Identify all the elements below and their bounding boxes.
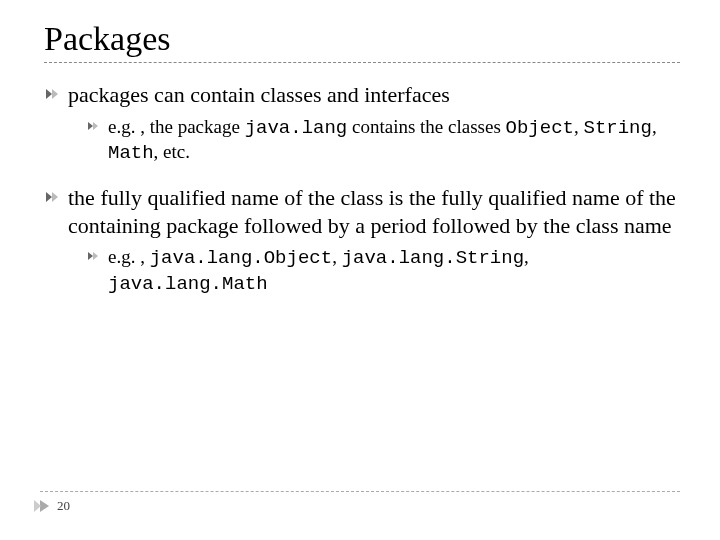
slide: Packages packages can contain classes an…: [0, 0, 720, 540]
page-number: 20: [57, 498, 70, 514]
code-run: Math: [108, 142, 154, 164]
bullet-text: packages can contain classes and interfa…: [68, 82, 450, 107]
code-run: java.lang.String: [342, 247, 524, 269]
footer-divider: [40, 491, 680, 492]
text-run: ,: [332, 246, 342, 267]
list-item: the fully qualified name of the class is…: [46, 184, 680, 297]
footer: 20: [40, 498, 70, 514]
text-run: ,: [524, 246, 529, 267]
bullet-list: packages can contain classes and interfa…: [40, 81, 680, 297]
list-item: packages can contain classes and interfa…: [46, 81, 680, 166]
bullet-text: the fully qualified name of the class is…: [68, 185, 676, 238]
code-run: Object: [506, 117, 574, 139]
code-run: java.lang.Object: [150, 247, 332, 269]
text-run: ,: [652, 116, 657, 137]
sub-list: e.g. , java.lang.Object, java.lang.Strin…: [68, 245, 680, 297]
text-run: e.g. , the package: [108, 116, 245, 137]
list-item: e.g. , the package java.lang contains th…: [88, 115, 680, 167]
code-run: java.lang.Math: [108, 273, 268, 295]
text-run: contains the classes: [347, 116, 505, 137]
list-item: e.g. , java.lang.Object, java.lang.Strin…: [88, 245, 680, 297]
footer-marker-icon: [40, 500, 49, 512]
text-run: , etc.: [154, 141, 190, 162]
title-divider: [44, 62, 680, 63]
sub-list: e.g. , the package java.lang contains th…: [68, 115, 680, 167]
code-run: String: [583, 117, 651, 139]
text-run: e.g. ,: [108, 246, 150, 267]
page-title: Packages: [44, 20, 680, 58]
code-run: java.lang: [245, 117, 348, 139]
